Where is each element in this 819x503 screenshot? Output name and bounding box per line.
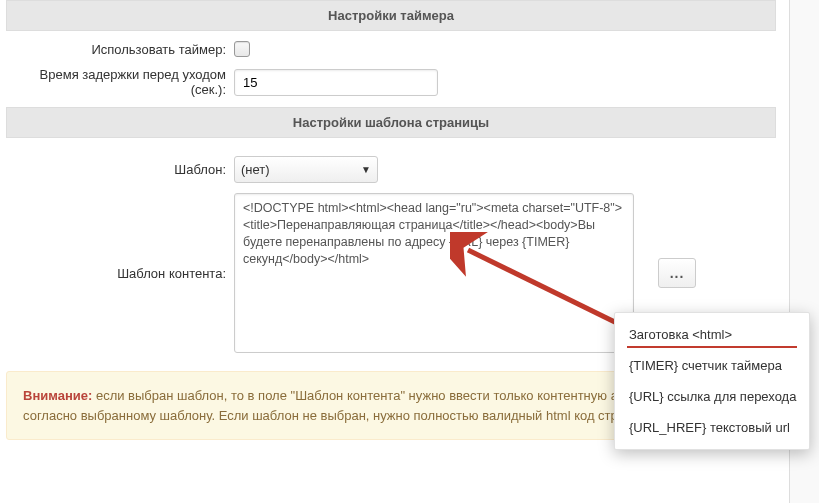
use-timer-checkbox[interactable] — [234, 41, 250, 57]
delay-label: Время задержки перед уходом (сек.): — [6, 67, 234, 97]
template-label: Шаблон: — [6, 162, 234, 177]
dropdown-item-timer[interactable]: {TIMER} счетчик таймера — [615, 350, 809, 381]
dropdown-item-html-template[interactable]: Заготовка <html> — [615, 319, 809, 350]
section-header-template: Настройки шаблона страницы — [6, 107, 776, 138]
template-select[interactable]: (нет) ▼ — [234, 156, 378, 183]
warning-alert-strong: Внимание: — [23, 388, 92, 403]
content-template-label: Шаблон контента: — [6, 266, 234, 281]
section-header-timer: Настройки таймера — [6, 0, 776, 31]
template-select-value: (нет) — [241, 162, 270, 177]
content-template-textarea[interactable]: <!DOCTYPE html><html><head lang="ru"><me… — [234, 193, 634, 353]
chevron-down-icon: ▼ — [361, 164, 371, 175]
snippet-dropdown: Заготовка <html> {TIMER} счетчик таймера… — [614, 312, 810, 450]
insert-snippet-button[interactable]: ... — [658, 258, 696, 288]
use-timer-label: Использовать таймер: — [6, 42, 234, 57]
dropdown-item-url[interactable]: {URL} ссылка для перехода — [615, 381, 809, 412]
dropdown-item-url-href[interactable]: {URL_HREF} текстовый url — [615, 412, 809, 443]
delay-input[interactable] — [234, 69, 438, 96]
